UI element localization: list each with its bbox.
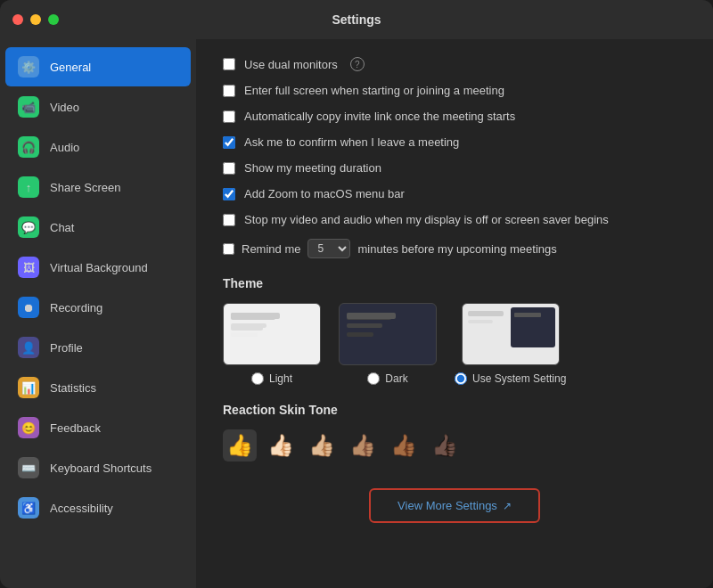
sidebar-item-feedback[interactable]: 😊Feedback [5, 408, 191, 447]
minimize-button[interactable] [30, 14, 41, 25]
checkbox-label-confirm_leave: Ask me to confirm when I leave a meeting [244, 135, 459, 149]
sidebar-item-keyboard[interactable]: ⌨️Keyboard Shortcuts [5, 448, 191, 487]
close-button[interactable] [12, 14, 23, 25]
sidebar-item-recording[interactable]: ⏺Recording [5, 288, 191, 327]
view-more-label: View More Settings [397, 499, 497, 512]
view-more-section: View More Settings ↗ [223, 488, 686, 523]
theme-label-text-dark: Dark [385, 372, 407, 385]
theme-label-system: Use System Setting [455, 372, 566, 385]
sidebar-icon-sharescreen: ↑ [18, 176, 39, 198]
skin-tone-1[interactable]: 👍🏻 [264, 429, 298, 461]
theme-preview-light[interactable] [223, 303, 321, 365]
checkbox-row-meeting_duration: Show my meeting duration [223, 161, 686, 175]
remind-row: Remind me 5 10 15 minutes before my upco… [223, 239, 686, 258]
checkbox-confirm_leave[interactable] [223, 136, 235, 149]
skin-tone-5[interactable]: 👍🏿 [428, 429, 462, 461]
checkbox-row-copy_invite: Automatically copy invite link once the … [223, 110, 686, 123]
theme-radio-system[interactable] [455, 372, 467, 385]
theme-section: Light Dark [223, 303, 686, 385]
checkbox-label-fullscreen: Enter full screen when starting or joini… [244, 84, 504, 97]
sidebar-icon-chat: 💬 [18, 216, 39, 238]
sidebar-label-accessibility: Accessibility [50, 502, 113, 515]
checkbox-copy_invite[interactable] [223, 110, 235, 123]
sidebar-item-sharescreen[interactable]: ↑Share Screen [5, 167, 191, 207]
sidebar-label-profile: Profile [50, 341, 83, 355]
checkbox-label-zoom_menubar: Add Zoom to macOS menu bar [244, 187, 405, 200]
sidebar-item-chat[interactable]: 💬Chat [5, 208, 191, 247]
skin-tone-3[interactable]: 👍🏽 [346, 429, 380, 461]
theme-option-system: Use System Setting [455, 303, 566, 385]
theme-radio-dark[interactable] [367, 372, 380, 385]
sidebar-item-general[interactable]: ⚙️General [5, 47, 191, 86]
skin-tone-2[interactable]: 👍🏼 [305, 429, 339, 461]
sidebar-label-keyboard: Keyboard Shortcuts [50, 461, 152, 475]
sidebar-item-profile[interactable]: 👤Profile [5, 328, 191, 367]
remind-label-before: Remind me [242, 242, 300, 256]
checkbox-zoom_menubar[interactable] [223, 188, 235, 200]
sidebar-icon-video: 📹 [18, 96, 39, 118]
skin-tone-4[interactable]: 👍🏾 [387, 429, 421, 461]
sidebar-icon-recording: ⏺ [18, 297, 39, 318]
sidebar-label-general: General [50, 61, 91, 74]
sidebar-item-video[interactable]: 📹Video [5, 87, 191, 127]
sidebar-item-audio[interactable]: 🎧Audio [5, 127, 191, 167]
sidebar-label-video: Video [50, 101, 79, 114]
checkbox-meeting_duration[interactable] [223, 162, 235, 175]
sidebar-item-statistics[interactable]: 📊Statistics [5, 368, 191, 407]
sidebar-item-vbg[interactable]: 🖼Virtual Background [5, 248, 191, 287]
theme-preview-system[interactable] [462, 303, 560, 365]
sidebar-item-accessibility[interactable]: ♿Accessibility [5, 488, 191, 527]
theme-option-dark: Dark [339, 303, 437, 385]
checkbox-stop_video_audio[interactable] [223, 214, 235, 226]
theme-label-dark: Dark [367, 372, 407, 385]
sidebar-label-vbg: Virtual Background [50, 261, 148, 274]
checkbox-row-stop_video_audio: Stop my video and audio when my display … [223, 213, 686, 226]
sidebar-label-recording: Recording [50, 301, 102, 314]
theme-title: Theme [223, 276, 686, 290]
sidebar-icon-vbg: 🖼 [18, 257, 39, 278]
checkbox-dual_monitors[interactable] [223, 58, 235, 70]
sidebar-label-feedback: Feedback [50, 421, 101, 435]
checkboxes-section: Use dual monitors?Enter full screen when… [223, 57, 686, 226]
sidebar-icon-audio: 🎧 [18, 136, 39, 158]
checkbox-row-zoom_menubar: Add Zoom to macOS menu bar [223, 187, 686, 200]
sidebar-label-audio: Audio [50, 141, 79, 154]
titlebar: Settings [0, 0, 713, 39]
checkbox-label-copy_invite: Automatically copy invite link once the … [244, 110, 515, 123]
help-icon[interactable]: ? [350, 57, 365, 71]
sidebar-icon-keyboard: ⌨️ [18, 457, 39, 478]
settings-main: Use dual monitors?Enter full screen when… [196, 39, 713, 588]
sidebar-icon-statistics: 📊 [18, 377, 39, 398]
main-content: ⚙️General📹Video🎧Audio↑Share Screen💬Chat🖼… [0, 39, 713, 588]
checkbox-row-fullscreen: Enter full screen when starting or joini… [223, 84, 686, 97]
checkbox-label-meeting_duration: Show my meeting duration [244, 161, 381, 175]
sidebar: ⚙️General📹Video🎧Audio↑Share Screen💬Chat🖼… [0, 39, 196, 588]
checkbox-label-dual_monitors: Use dual monitors [244, 58, 338, 71]
maximize-button[interactable] [48, 14, 59, 25]
skin-tone-0[interactable]: 👍 [223, 429, 257, 461]
skin-tone-title: Reaction Skin Tone [223, 403, 686, 417]
window-title: Settings [332, 12, 381, 27]
sidebar-label-statistics: Statistics [50, 381, 96, 395]
theme-preview-system-inner [511, 307, 555, 347]
sidebar-label-sharescreen: Share Screen [50, 181, 121, 194]
remind-select[interactable]: 5 10 15 [307, 239, 350, 258]
view-more-button[interactable]: View More Settings ↗ [369, 488, 540, 523]
checkbox-label-stop_video_audio: Stop my video and audio when my display … [244, 213, 609, 226]
settings-window: Settings ⚙️General📹Video🎧Audio↑Share Scr… [0, 0, 713, 588]
theme-preview-dark[interactable] [339, 303, 437, 365]
theme-label-text-light: Light [269, 372, 292, 385]
checkbox-row-dual_monitors: Use dual monitors? [223, 57, 686, 71]
remind-label-after: minutes before my upcoming meetings [357, 242, 556, 256]
traffic-lights [12, 14, 59, 25]
remind-checkbox[interactable] [223, 243, 234, 255]
theme-label-light: Light [251, 372, 292, 385]
sidebar-icon-general: ⚙️ [18, 56, 39, 78]
sidebar-label-chat: Chat [50, 221, 74, 234]
checkbox-fullscreen[interactable] [223, 85, 235, 97]
theme-label-text-system: Use System Setting [472, 372, 566, 385]
sidebar-icon-feedback: 😊 [18, 417, 39, 438]
external-link-icon: ↗ [503, 500, 512, 512]
theme-radio-light[interactable] [251, 372, 264, 385]
theme-option-light: Light [223, 303, 321, 385]
